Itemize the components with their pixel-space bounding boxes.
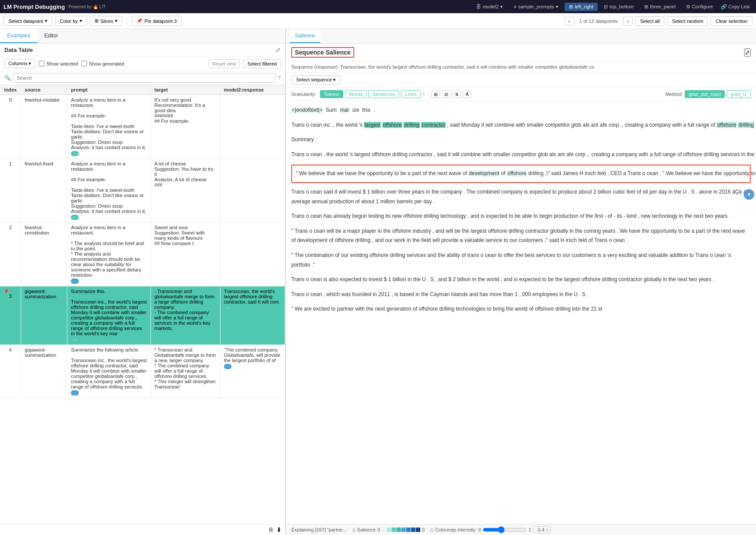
token[interactable]: believe <box>675 170 692 176</box>
token[interactable]: be <box>400 170 406 176</box>
token[interactable]: the <box>336 122 344 128</box>
token[interactable]: ant <box>591 122 598 128</box>
token[interactable]: drilling <box>392 151 407 158</box>
token[interactable]: " <box>663 170 664 176</box>
token[interactable]: , <box>323 151 325 158</box>
token[interactable]: full <box>688 122 694 128</box>
token[interactable]: with <box>639 151 648 158</box>
token[interactable]: smaller <box>493 151 510 158</box>
token[interactable]: drilling <box>528 170 543 176</box>
right-side-action-button[interactable]: ✦ <box>744 189 754 200</box>
gran-lines-button[interactable]: Lines <box>401 90 420 98</box>
clear-selection-button[interactable]: Clear selection <box>711 16 752 26</box>
gran-font-button[interactable]: A <box>463 91 471 98</box>
token[interactable]: cean <box>311 122 322 128</box>
more-badge[interactable]: ··· <box>71 215 79 220</box>
token[interactable]: combine <box>461 151 481 158</box>
token[interactable]: We <box>666 170 674 176</box>
token[interactable]: wave <box>449 170 461 176</box>
more-badge[interactable]: ··· <box>71 151 79 156</box>
token[interactable]: of <box>501 170 506 176</box>
token[interactable]: a <box>407 170 411 176</box>
token[interactable]: have <box>345 170 356 176</box>
show-selected-label[interactable]: Show selected <box>39 61 78 66</box>
token[interactable]: Sum <box>326 107 337 113</box>
token[interactable]: company <box>650 122 671 128</box>
columns-button[interactable]: Columns ▾ <box>4 59 35 68</box>
token[interactable]: offshore <box>717 122 737 128</box>
token[interactable]: creating <box>625 122 644 128</box>
reset-view-button[interactable]: Reset view <box>209 59 240 68</box>
token[interactable]: we <box>694 170 700 176</box>
token[interactable]: of <box>462 170 467 176</box>
token[interactable]: als <box>583 122 589 128</box>
token[interactable]: drilling <box>738 122 754 128</box>
token[interactable]: Trans <box>291 122 305 128</box>
select-datapoint-button[interactable]: Select datapoint ▾ <box>4 16 52 26</box>
token[interactable]: creating <box>591 151 610 158</box>
token[interactable]: ., <box>587 151 590 158</box>
token[interactable]: afe <box>566 151 574 158</box>
token[interactable]: the <box>358 170 366 176</box>
token[interactable]: . <box>660 170 661 176</box>
token[interactable]: a <box>645 122 648 128</box>
token[interactable]: o <box>306 151 309 158</box>
pin-icon[interactable]: 📌 <box>4 289 9 293</box>
token[interactable]: mar <box>340 107 350 113</box>
token[interactable]: range <box>696 122 709 128</box>
top-tab-left-right[interactable]: ⊞ left_right <box>565 3 598 11</box>
token[interactable]: full <box>654 151 661 158</box>
more-badge[interactable]: ··· <box>224 364 232 369</box>
download-table-button[interactable]: ⬇ <box>276 526 282 533</box>
token[interactable]: ant <box>558 151 565 158</box>
token[interactable]: afe <box>600 122 607 128</box>
select-random-button[interactable]: Select random <box>667 16 708 26</box>
select-sequence-button[interactable]: Select sequence ▾ <box>291 75 341 84</box>
token[interactable]: believe <box>308 170 325 176</box>
more-badge[interactable]: ··· <box>71 390 79 396</box>
token[interactable]: a <box>650 151 653 158</box>
token[interactable]: it <box>448 151 451 158</box>
top-tab-sample-prompts[interactable]: ≡ sample_prompts ▾ <box>509 3 563 11</box>
pin-datapoint-button[interactable]: 📌 Pin datapoint 3 <box>132 16 181 26</box>
token[interactable]: offshore <box>507 170 527 176</box>
copy-link-button[interactable]: 🔗 Copy Link <box>718 3 752 11</box>
gran-tokens-button[interactable]: Tokens <box>320 90 343 98</box>
token[interactable]: opportunity <box>367 170 393 176</box>
select-filtered-button[interactable]: Select filtered <box>243 59 281 68</box>
more-badge[interactable]: ··· <box>71 278 79 284</box>
token[interactable]: Trans <box>291 151 305 158</box>
token[interactable]: , <box>607 170 609 176</box>
nav-next-button[interactable]: › <box>623 17 633 26</box>
show-generated-label[interactable]: Show generated <box>81 61 124 66</box>
token[interactable]: drilling <box>704 151 719 158</box>
token[interactable]: corp <box>575 151 585 158</box>
show-generated-checkbox[interactable] <box>81 61 87 66</box>
token[interactable]: inc <box>323 122 330 128</box>
token[interactable]: part <box>412 170 421 176</box>
colormap-intensity-slider[interactable] <box>483 526 527 533</box>
token[interactable]: irsch <box>585 170 596 176</box>
nav-prev-button[interactable]: ‹ <box>565 17 574 26</box>
token[interactable]: largest <box>364 122 381 128</box>
token[interactable]: , <box>434 151 435 158</box>
token[interactable]: offshore <box>382 122 402 128</box>
token[interactable]: it <box>481 122 484 128</box>
token[interactable]: the <box>715 170 722 176</box>
table-row[interactable]: 📌☆3gigaword-summarizationSummarize this.… <box>0 286 285 345</box>
method-grad-l2-button[interactable]: grad_l2 <box>727 90 751 98</box>
top-tab-three-panel[interactable]: ⊞ three_panel <box>640 3 680 11</box>
token[interactable]: a <box>623 170 626 176</box>
gran-words-button[interactable]: Words <box>345 90 367 98</box>
table-row[interactable]: 2fewshot-constitutionAnalyze a menu item… <box>0 223 285 286</box>
token[interactable]: , <box>447 122 448 128</box>
token[interactable]: in <box>741 151 745 158</box>
token[interactable]: Monday <box>461 122 480 128</box>
token[interactable]: world <box>335 151 348 158</box>
token[interactable]: have <box>702 170 713 176</box>
token[interactable]: the <box>747 151 754 158</box>
token[interactable]: competitor <box>545 122 570 128</box>
token[interactable]: a <box>612 151 615 158</box>
more-badge[interactable]: ··· <box>71 337 79 342</box>
token[interactable]: we <box>337 170 343 176</box>
